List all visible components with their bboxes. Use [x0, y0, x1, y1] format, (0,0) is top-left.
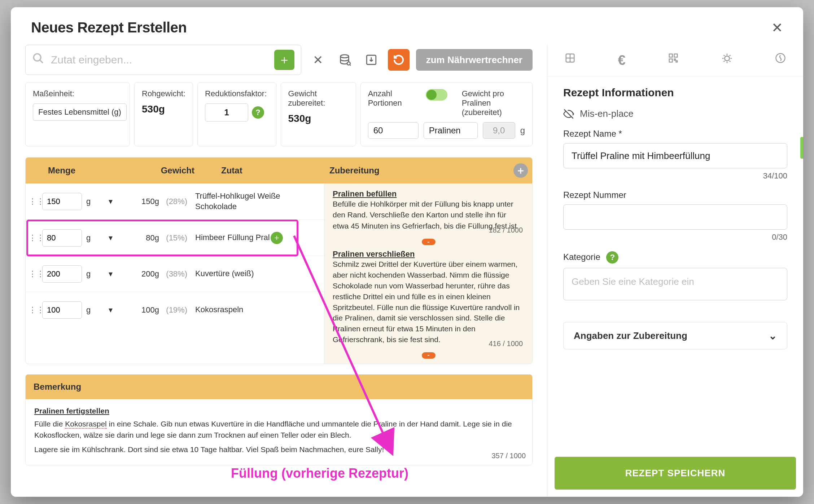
refresh-button[interactable]: [388, 49, 410, 71]
chevron-down-icon: ⌄: [769, 330, 777, 342]
prep-block[interactable]: Pralinen befüllen Befülle die Hohlkörper…: [333, 189, 524, 234]
add-ingredient-button[interactable]: ＋: [274, 50, 294, 70]
preparation-accordion[interactable]: Angaben zur Zubereitung ⌄: [563, 322, 787, 349]
close-button[interactable]: ✕: [771, 20, 783, 36]
help-icon[interactable]: ?: [252, 106, 264, 119]
qty-input[interactable]: [42, 301, 82, 319]
weight-cell: 100g: [119, 305, 159, 315]
scroll-indicator: [800, 137, 803, 159]
pct-cell: (38%): [159, 269, 194, 279]
ingredient-search-input[interactable]: [51, 54, 268, 66]
svg-rect-12: [669, 59, 673, 62]
col-zutat: Zutat: [216, 158, 324, 184]
drag-handle-icon[interactable]: ⋮⋮: [29, 233, 40, 243]
dropdown-icon[interactable]: ▾: [101, 269, 119, 279]
svg-rect-10: [669, 54, 673, 57]
col-gewicht: Gewicht: [137, 158, 216, 184]
drag-handle-icon[interactable]: ⋮⋮: [29, 305, 40, 315]
portions-unit-input[interactable]: [424, 122, 478, 139]
svg-rect-14: [676, 61, 678, 62]
ingredient-search-wrap: ＋: [25, 45, 301, 75]
create-recipe-modal: Neues Rezept Erstellen ✕ ＋ ✕: [11, 7, 803, 497]
download-icon[interactable]: [361, 50, 381, 70]
remove-prep-button[interactable]: -: [422, 239, 436, 245]
svg-point-2: [340, 55, 349, 58]
ingredient-toolbar: ＋ ✕ zum Nährwertrechner: [25, 45, 533, 75]
reduction-input[interactable]: [205, 103, 248, 121]
modal-header: Neues Rezept Erstellen ✕: [11, 7, 803, 44]
ingredient-name: Himbeer Füllung Pral ＋: [194, 233, 321, 243]
table-row: ⋮⋮ g ▾ 100g (19%) Kokosraspeln: [26, 292, 324, 328]
help-icon[interactable]: ?: [606, 251, 618, 264]
recipe-name-label: Rezept Name *: [563, 129, 787, 139]
right-heading: Rezept Informationen: [563, 87, 787, 99]
dropdown-icon[interactable]: ▾: [101, 197, 119, 206]
unit-label: g: [82, 197, 101, 206]
per-portion-label: Gewicht pro Pralinen (zubereitet): [462, 89, 525, 117]
reduction-label: Reduktionsfaktor:: [205, 89, 268, 98]
recipe-number-label: Rezept Nummer: [563, 190, 787, 200]
mis-en-place-toggle[interactable]: Mis-en-place: [563, 108, 787, 119]
svg-rect-11: [674, 54, 678, 57]
allergen-icon[interactable]: [721, 53, 733, 68]
table-row: ⋮⋮ g ▾ 200g (38%) Kuvertüre (weiß): [26, 256, 324, 292]
database-icon[interactable]: [334, 50, 355, 70]
svg-point-3: [347, 62, 350, 65]
spellcheck-word: Kokosraspel: [65, 420, 107, 429]
ingredient-table: Menge Gewicht Zutat Zubereitung ＋ ⋮⋮ g: [25, 157, 533, 364]
svg-rect-13: [674, 59, 676, 61]
drag-handle-icon[interactable]: ⋮⋮: [29, 197, 40, 206]
prep-title: Pralinen verschließen: [333, 249, 524, 259]
portions-input[interactable]: [368, 122, 419, 139]
save-recipe-button[interactable]: REZEPT SPEICHERN: [555, 457, 796, 490]
table-row: ⋮⋮ g ▾ 80g (15%) Himbeer Füllung Pral ＋: [26, 220, 324, 256]
sub-recipe-icon[interactable]: ＋: [271, 232, 283, 244]
prep-text: Schmilz zwei Drittel der Kuvertüre über …: [333, 259, 524, 345]
unit-label: g: [82, 269, 101, 279]
prep-block[interactable]: Pralinen verschließen Schmilz zwei Dritt…: [333, 249, 524, 348]
portions-toggle[interactable]: [426, 89, 447, 101]
clear-icon[interactable]: ✕: [308, 50, 328, 70]
unit-label: g: [82, 305, 101, 315]
prepared-weight-label: Gewicht zubereitet:: [288, 89, 349, 108]
unit-select[interactable]: Festes Lebensmittel (g): [33, 103, 127, 121]
qty-input[interactable]: [42, 193, 82, 210]
portions-label: Anzahl Portionen: [368, 89, 411, 108]
dropdown-icon[interactable]: ▾: [101, 305, 119, 315]
category-input[interactable]: Geben Sie eine Kategorie ein: [563, 268, 787, 300]
table-header: Menge Gewicht Zutat Zubereitung ＋: [26, 158, 532, 184]
recipe-name-input[interactable]: [563, 143, 787, 168]
weight-cell: 150g: [119, 197, 159, 206]
right-panel: € Rezept Informationen Mis-en-place Reze…: [547, 45, 803, 497]
add-preparation-button[interactable]: ＋: [513, 163, 528, 178]
nutrition-calculator-button[interactable]: zum Nährwertrechner: [416, 49, 533, 71]
gluten-icon[interactable]: [775, 53, 786, 68]
unit-label: g: [82, 233, 101, 243]
per-portion-unit: g: [520, 125, 525, 136]
eye-off-icon: [563, 109, 574, 119]
left-panel: ＋ ✕ zum Nährwertrechner Maßeinheit: Fest…: [11, 45, 547, 497]
recipe-number-input[interactable]: [563, 204, 787, 230]
qr-icon[interactable]: [668, 53, 679, 68]
remark-body[interactable]: Pralinen fertigstellen Fülle die Kokosra…: [25, 399, 533, 466]
col-menge: Menge: [43, 158, 137, 184]
qty-input[interactable]: [42, 229, 82, 247]
euro-icon[interactable]: €: [618, 53, 625, 68]
pct-cell: (15%): [159, 233, 194, 243]
search-icon: [32, 52, 44, 67]
char-count: 0/30: [563, 233, 787, 242]
calculator-icon[interactable]: [565, 53, 576, 68]
char-count: 357 / 1000: [491, 452, 526, 460]
qty-input[interactable]: [42, 265, 82, 283]
dropdown-icon[interactable]: ▾: [101, 233, 119, 243]
annotation-label: Füllung (vorherige Rezeptur): [231, 466, 408, 481]
params-row: Maßeinheit: Festes Lebensmittel (g) Rohg…: [25, 82, 533, 146]
unit-label: Maßeinheit:: [33, 89, 122, 98]
char-count: 182 / 1000: [489, 226, 523, 234]
right-tabs: €: [547, 45, 803, 76]
remove-prep-button[interactable]: -: [422, 352, 436, 359]
char-count: 34/100: [563, 171, 787, 181]
drag-handle-icon[interactable]: ⋮⋮: [29, 269, 40, 279]
pct-cell: (19%): [159, 305, 194, 315]
raw-weight-label: Rohgewicht:: [142, 89, 185, 98]
